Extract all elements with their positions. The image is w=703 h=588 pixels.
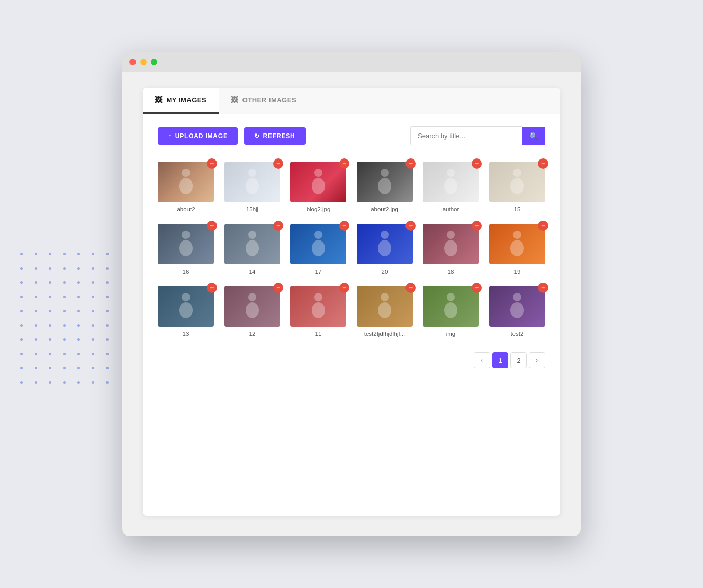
- upload-label: UPLOAD IMAGE: [175, 132, 228, 140]
- svg-point-1: [179, 178, 193, 194]
- remove-image-badge[interactable]: −: [405, 283, 416, 293]
- image-card[interactable]: −16: [153, 218, 219, 280]
- svg-point-16: [314, 231, 322, 239]
- image-card[interactable]: −20: [352, 218, 418, 280]
- svg-point-9: [444, 178, 457, 194]
- remove-image-badge[interactable]: −: [207, 221, 217, 231]
- toolbar-left: ↑ UPLOAD IMAGE ↻ REFRESH: [158, 127, 306, 145]
- remove-image-badge[interactable]: −: [273, 283, 283, 293]
- image-thumbnail: [224, 162, 280, 202]
- image-label: 15hjj: [246, 206, 258, 212]
- image-card[interactable]: −15: [484, 155, 550, 218]
- remove-image-badge[interactable]: −: [339, 158, 349, 169]
- svg-point-11: [510, 178, 524, 194]
- image-thumbnail: [489, 224, 545, 264]
- svg-point-20: [447, 231, 455, 239]
- svg-point-18: [381, 231, 389, 239]
- image-thumbnail: [357, 286, 413, 327]
- remove-image-badge[interactable]: −: [405, 221, 416, 231]
- remove-image-badge[interactable]: −: [472, 283, 482, 293]
- image-card[interactable]: −19: [484, 218, 550, 280]
- traffic-light-yellow[interactable]: [140, 59, 147, 65]
- traffic-light-red[interactable]: [129, 59, 136, 65]
- remove-image-badge[interactable]: −: [472, 221, 482, 231]
- svg-point-35: [510, 302, 524, 318]
- remove-image-badge[interactable]: −: [472, 158, 482, 169]
- image-thumb-wrap: −: [224, 162, 280, 202]
- search-input[interactable]: [410, 126, 522, 145]
- remove-image-badge[interactable]: −: [538, 221, 548, 231]
- svg-point-33: [444, 302, 457, 318]
- image-thumbnail: [158, 162, 214, 202]
- image-card[interactable]: −17: [285, 218, 352, 280]
- my-images-tab-label: MY IMAGES: [167, 96, 207, 104]
- svg-point-28: [314, 293, 322, 301]
- image-thumbnail: [290, 162, 346, 202]
- image-card[interactable]: −blog2.jpg: [285, 155, 352, 218]
- remove-image-badge[interactable]: −: [273, 158, 283, 169]
- image-card[interactable]: −15hjj: [219, 155, 285, 218]
- pagination-prev[interactable]: ‹: [474, 352, 490, 368]
- pagination-page-1[interactable]: 1: [492, 352, 508, 368]
- image-card[interactable]: −12: [219, 280, 285, 342]
- traffic-light-green[interactable]: [151, 59, 157, 65]
- image-card[interactable]: −14: [219, 218, 285, 280]
- svg-point-13: [179, 240, 193, 256]
- image-thumbnail: [423, 286, 479, 327]
- upload-icon: ↑: [168, 132, 172, 140]
- remove-image-badge[interactable]: −: [405, 158, 416, 169]
- svg-point-25: [179, 302, 193, 318]
- image-card[interactable]: −test2fjdfhjdfhjf...: [352, 280, 418, 342]
- remove-image-badge[interactable]: −: [207, 158, 217, 169]
- image-label: 15: [514, 206, 521, 212]
- image-thumbnail: [489, 162, 545, 202]
- svg-point-0: [182, 169, 190, 177]
- image-label: 18: [448, 269, 454, 275]
- image-thumbnail: [158, 286, 214, 327]
- refresh-label: REFRESH: [263, 132, 295, 140]
- image-card[interactable]: −img: [418, 280, 484, 342]
- image-card[interactable]: −13: [153, 280, 219, 342]
- svg-point-30: [381, 293, 389, 301]
- image-card[interactable]: −about2.jpg: [352, 155, 418, 218]
- tabs-bar: 🖼 MY IMAGES 🖼 OTHER IMAGES: [143, 88, 560, 114]
- toolbar: ↑ UPLOAD IMAGE ↻ REFRESH 🔍: [143, 114, 560, 155]
- pagination-next[interactable]: ›: [529, 352, 545, 368]
- svg-point-17: [312, 240, 325, 256]
- remove-image-badge[interactable]: −: [339, 221, 349, 231]
- remove-image-badge[interactable]: −: [538, 158, 548, 169]
- image-thumbnail: [158, 224, 214, 264]
- refresh-button[interactable]: ↻ REFRESH: [244, 127, 306, 145]
- svg-point-32: [447, 293, 455, 301]
- remove-image-badge[interactable]: −: [538, 283, 548, 293]
- image-card[interactable]: −test2: [484, 280, 550, 342]
- remove-image-badge[interactable]: −: [273, 221, 283, 231]
- upload-image-button[interactable]: ↑ UPLOAD IMAGE: [158, 127, 238, 145]
- pagination-page-2[interactable]: 2: [510, 352, 527, 368]
- image-thumb-wrap: −: [290, 162, 346, 202]
- image-card[interactable]: −about2: [153, 155, 219, 218]
- image-thumb-wrap: −: [489, 224, 545, 264]
- image-thumbnail: [423, 162, 479, 202]
- svg-point-12: [182, 231, 190, 239]
- svg-point-34: [513, 293, 521, 301]
- image-card[interactable]: −11: [285, 280, 352, 342]
- remove-image-badge[interactable]: −: [207, 283, 217, 293]
- remove-image-badge[interactable]: −: [339, 283, 349, 293]
- search-button[interactable]: 🔍: [522, 127, 545, 145]
- svg-point-6: [381, 169, 389, 177]
- image-label: about2: [177, 206, 195, 212]
- svg-point-24: [182, 293, 190, 301]
- image-label: 17: [315, 269, 322, 275]
- tab-my-images[interactable]: 🖼 MY IMAGES: [143, 88, 219, 114]
- svg-point-21: [444, 240, 457, 256]
- svg-point-27: [246, 302, 259, 318]
- image-thumbnail: [357, 162, 413, 202]
- image-thumb-wrap: −: [357, 224, 413, 264]
- svg-point-26: [248, 293, 256, 301]
- image-card[interactable]: −18: [418, 218, 484, 280]
- tab-other-images[interactable]: 🖼 OTHER IMAGES: [219, 88, 309, 114]
- svg-point-29: [312, 302, 325, 318]
- image-card[interactable]: −author: [418, 155, 484, 218]
- image-thumb-wrap: −: [158, 286, 214, 327]
